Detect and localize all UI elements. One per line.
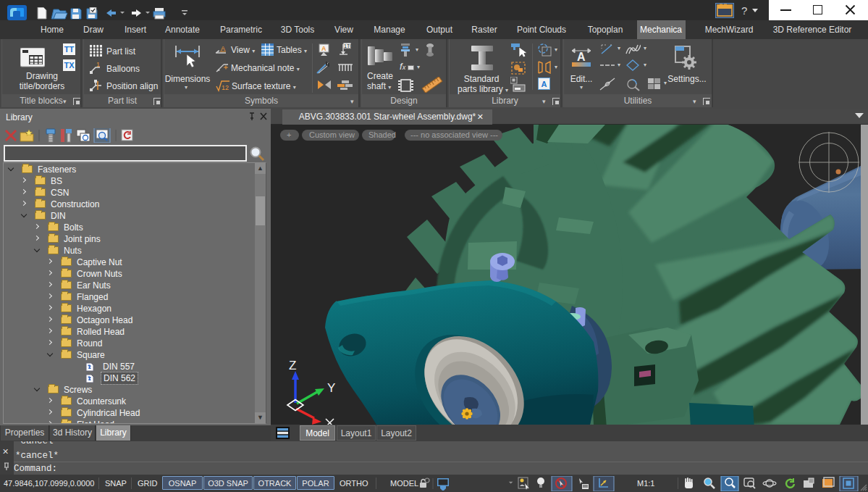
svg-text:12: 12	[222, 84, 229, 91]
svg-text:A: A	[321, 45, 326, 52]
svg-text:Custom view: Custom view	[309, 130, 355, 139]
svg-text:1T0: 1T0	[344, 43, 351, 49]
svg-text:--- no associated view ---: --- no associated view ---	[410, 130, 498, 139]
svg-text:1: 1	[96, 62, 100, 68]
svg-text:Y: Y	[327, 381, 335, 395]
svg-text:+: +	[287, 130, 291, 139]
svg-text:?: ?	[741, 4, 747, 17]
svg-text:Z: Z	[289, 359, 296, 372]
svg-text:Shaded: Shaded	[368, 130, 396, 139]
svg-text:A: A	[577, 51, 586, 63]
